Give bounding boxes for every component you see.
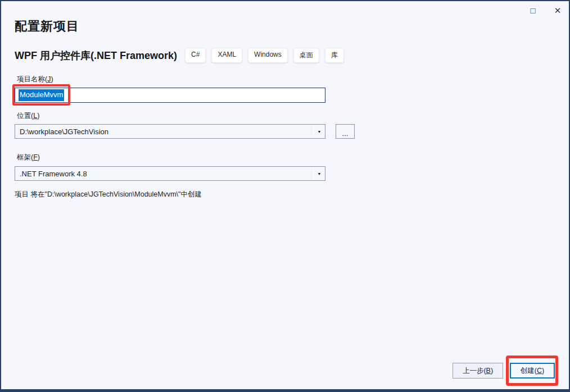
template-tags: C# XAML Windows 桌面 库	[185, 48, 344, 63]
framework-value: .NET Framework 4.8	[15, 170, 313, 178]
window-controls: □ ✕	[527, 4, 563, 16]
create-button[interactable]: 创建(C)	[510, 363, 555, 379]
create-button-label: 创建(C)	[521, 366, 544, 376]
location-value: D:\workplace\JGTechVision	[15, 127, 313, 136]
maximize-icon: □	[530, 6, 535, 15]
chevron-down-icon: ▼	[318, 130, 322, 134]
back-button-label: 上一步(B)	[463, 366, 493, 376]
tag-windows: Windows	[248, 48, 288, 63]
tag-desktop: 桌面	[293, 48, 319, 63]
browse-location-button[interactable]: ...	[336, 124, 355, 139]
framework-dropdown-button[interactable]: ▼	[313, 167, 325, 180]
framework-label: 框架(F)	[17, 153, 40, 162]
maximize-button[interactable]: □	[527, 4, 539, 16]
location-dropdown-button[interactable]: ▼	[313, 125, 325, 138]
project-name-label: 项目名称(J)	[17, 75, 53, 84]
close-icon: ✕	[554, 6, 562, 15]
location-label: 位置(L)	[17, 111, 39, 121]
template-name: WPF 用户控件库(.NET Framework)	[15, 49, 177, 62]
chevron-down-icon: ▼	[318, 172, 322, 176]
output-path-info: 项目 将在"D:\workplace\JGTechVision\ModuleMv…	[15, 190, 202, 199]
framework-combobox[interactable]: .NET Framework 4.8 ▼	[15, 166, 325, 181]
tag-csharp: C#	[185, 48, 206, 63]
back-button[interactable]: 上一步(B)	[453, 363, 503, 379]
project-name-input[interactable]: ModuleMvvm	[15, 88, 325, 103]
project-name-value: ModuleMvvm	[19, 89, 64, 101]
tag-library: 库	[325, 48, 344, 63]
dialog-window: □ ✕ 配置新项目 WPF 用户控件库(.NET Framework) C# X…	[0, 0, 570, 392]
tag-xaml: XAML	[211, 48, 242, 63]
page-title: 配置新项目	[15, 18, 79, 35]
location-combobox[interactable]: D:\workplace\JGTechVision ▼	[15, 124, 325, 139]
template-header: WPF 用户控件库(.NET Framework) C# XAML Window…	[15, 48, 344, 63]
close-button[interactable]: ✕	[552, 4, 563, 16]
ellipsis-icon: ...	[342, 132, 349, 135]
